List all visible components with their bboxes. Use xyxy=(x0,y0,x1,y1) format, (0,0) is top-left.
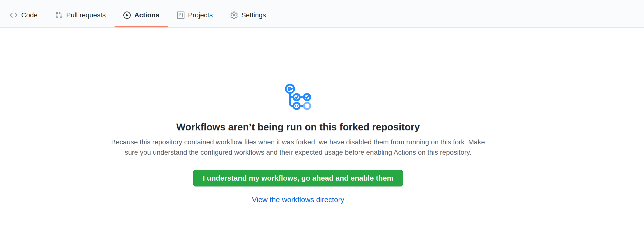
view-workflows-directory-link[interactable]: View the workflows directory xyxy=(252,195,344,204)
tab-code[interactable]: Code xyxy=(1,0,46,28)
tab-actions[interactable]: Actions xyxy=(114,0,168,28)
gear-icon xyxy=(230,12,238,19)
tab-pull-requests[interactable]: Pull requests xyxy=(46,0,114,28)
tab-settings[interactable]: Settings xyxy=(222,0,275,28)
tab-code-label: Code xyxy=(21,12,38,19)
tab-settings-label: Settings xyxy=(242,12,266,19)
tab-projects-label: Projects xyxy=(188,12,213,19)
play-icon xyxy=(124,12,131,19)
repo-nav: Code Pull requests Actions Projects xyxy=(0,0,644,28)
tab-projects[interactable]: Projects xyxy=(168,0,222,28)
tab-pull-requests-label: Pull requests xyxy=(66,12,106,19)
workflow-illustration-icon xyxy=(285,84,311,110)
blankslate-title: Workflows aren’t being run on this forke… xyxy=(176,121,420,133)
actions-blankslate: Workflows aren’t being run on this forke… xyxy=(0,28,644,231)
project-icon xyxy=(177,12,184,19)
code-icon xyxy=(10,11,18,19)
enable-workflows-button[interactable]: I understand my workflows, go ahead and … xyxy=(193,170,403,186)
description-line-1: Because this repository contained workfl… xyxy=(111,137,485,147)
git-pull-request-icon xyxy=(55,12,62,19)
blankslate-description: Because this repository contained workfl… xyxy=(111,137,485,158)
tab-actions-label: Actions xyxy=(134,12,160,19)
description-line-2: sure you understand the configured workf… xyxy=(111,147,485,158)
